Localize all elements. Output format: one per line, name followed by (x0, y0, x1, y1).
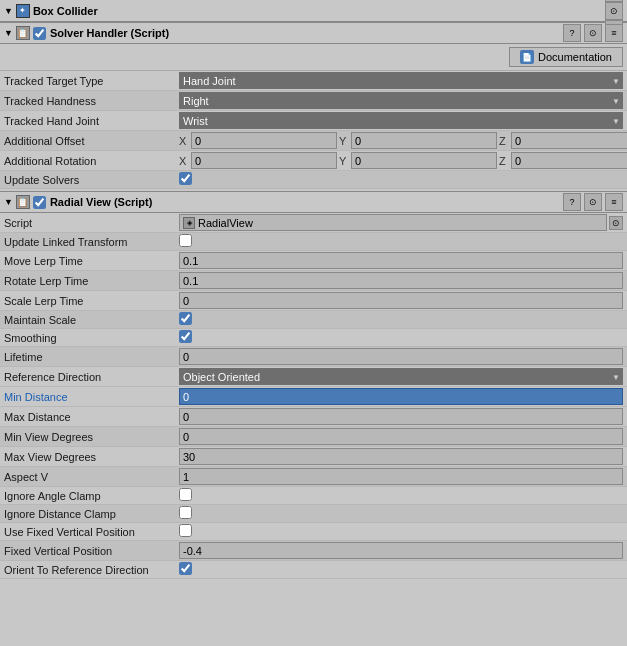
update-solvers-label: Update Solvers (4, 174, 179, 186)
fixed-vertical-position-value (179, 542, 623, 559)
tracked-handness-select-wrapper: Right (179, 92, 623, 109)
additional-rotation-y-input[interactable] (351, 152, 497, 169)
additional-rotation-x-input[interactable] (191, 152, 337, 169)
additional-rotation-value: X Y Z (179, 152, 627, 169)
solver-handler-header: ▼ 📋 Solver Handler (Script) ? ⊙ ≡ (0, 22, 627, 44)
solver-collapse-arrow[interactable]: ▼ (4, 28, 13, 38)
lifetime-label: Lifetime (4, 351, 179, 363)
reference-direction-label: Reference Direction (4, 371, 179, 383)
tracked-handness-row: Tracked Handness Right (0, 91, 627, 111)
additional-offset-y-input[interactable] (351, 132, 497, 149)
max-distance-value (179, 408, 623, 425)
fixed-vertical-position-input[interactable] (179, 542, 623, 559)
reference-direction-select[interactable]: Object Oriented (179, 368, 623, 385)
lifetime-input[interactable] (179, 348, 623, 365)
z-label-offset: Z (499, 135, 509, 147)
radial-collapse-arrow[interactable]: ▼ (4, 197, 13, 207)
doc-button-row: 📄 Documentation (0, 44, 627, 71)
script-settings-icon[interactable]: ⊙ (609, 216, 623, 230)
ignore-distance-clamp-label: Ignore Distance Clamp (4, 508, 179, 520)
tracked-hand-joint-select[interactable]: Wrist (179, 112, 623, 129)
move-lerp-time-input[interactable] (179, 252, 623, 269)
script-label: Script (4, 217, 179, 229)
use-fixed-vertical-position-label: Use Fixed Vertical Position (4, 526, 179, 538)
settings-icon[interactable]: ⊙ (605, 2, 623, 20)
rotate-lerp-time-row: Rotate Lerp Time (0, 271, 627, 291)
orient-to-reference-direction-checkbox[interactable] (179, 562, 192, 575)
use-fixed-vertical-position-row: Use Fixed Vertical Position (0, 523, 627, 541)
radial-menu-icon[interactable]: ≡ (605, 193, 623, 211)
smoothing-checkbox[interactable] (179, 330, 192, 343)
additional-rotation-xyz: X Y Z (179, 152, 627, 169)
solver-handler-properties: Tracked Target Type Hand Joint Tracked H… (0, 71, 627, 189)
additional-offset-z-input[interactable] (511, 132, 627, 149)
tracked-target-type-row: Tracked Target Type Hand Joint (0, 71, 627, 91)
move-lerp-time-label: Move Lerp Time (4, 255, 179, 267)
radial-view-header: ▼ 📋 Radial View (Script) ? ⊙ ≡ (0, 191, 627, 213)
solver-handler-enabled-checkbox[interactable] (33, 27, 46, 40)
collapse-arrow[interactable]: ▼ (4, 6, 13, 16)
min-distance-input[interactable] (179, 388, 623, 405)
max-view-degrees-input[interactable] (179, 448, 623, 465)
reference-direction-row: Reference Direction Object Oriented (0, 367, 627, 387)
min-view-degrees-input[interactable] (179, 428, 623, 445)
box-collider-title: Box Collider (33, 5, 605, 17)
additional-rotation-z-input[interactable] (511, 152, 627, 169)
script-value: ◈ RadialView (179, 214, 607, 231)
doc-icon: 📄 (520, 50, 534, 64)
move-lerp-time-value (179, 252, 623, 269)
smoothing-value (179, 330, 623, 345)
ignore-distance-clamp-value (179, 506, 623, 521)
y-label-rotation: Y (339, 155, 349, 167)
ignore-distance-clamp-checkbox[interactable] (179, 506, 192, 519)
tracked-target-type-value: Hand Joint (179, 72, 623, 89)
tracked-handness-value: Right (179, 92, 623, 109)
smoothing-row: Smoothing (0, 329, 627, 347)
ignore-distance-clamp-row: Ignore Distance Clamp (0, 505, 627, 523)
move-lerp-time-row: Move Lerp Time (0, 251, 627, 271)
update-solvers-row: Update Solvers (0, 171, 627, 189)
scale-lerp-time-label: Scale Lerp Time (4, 295, 179, 307)
tracked-hand-joint-select-wrapper: Wrist (179, 112, 623, 129)
maintain-scale-label: Maintain Scale (4, 314, 179, 326)
tracked-hand-joint-label: Tracked Hand Joint (4, 115, 179, 127)
lifetime-row: Lifetime (0, 347, 627, 367)
additional-rotation-row: Additional Rotation X Y Z (0, 151, 627, 171)
ignore-angle-clamp-label: Ignore Angle Clamp (4, 490, 179, 502)
reference-direction-select-wrapper: Object Oriented (179, 368, 623, 385)
min-view-degrees-row: Min View Degrees (0, 427, 627, 447)
solver-handler-header-icons: ? ⊙ ≡ (563, 24, 623, 42)
radial-settings-icon[interactable]: ⊙ (584, 193, 602, 211)
documentation-button[interactable]: 📄 Documentation (509, 47, 623, 67)
solver-settings-icon[interactable]: ⊙ (584, 24, 602, 42)
aspect-v-label: Aspect V (4, 471, 179, 483)
tracked-target-type-select[interactable]: Hand Joint (179, 72, 623, 89)
solver-handler-title: Solver Handler (Script) (50, 27, 563, 39)
tracked-hand-joint-row: Tracked Hand Joint Wrist (0, 111, 627, 131)
min-distance-label: Min Distance (4, 391, 179, 403)
radial-info-icon[interactable]: ? (563, 193, 581, 211)
radial-view-header-icons: ? ⊙ ≡ (563, 193, 623, 211)
rotate-lerp-time-input[interactable] (179, 272, 623, 289)
ignore-angle-clamp-value (179, 488, 623, 503)
rotate-lerp-time-label: Rotate Lerp Time (4, 275, 179, 287)
aspect-v-input[interactable] (179, 468, 623, 485)
min-view-degrees-label: Min View Degrees (4, 431, 179, 443)
scale-lerp-time-value (179, 292, 623, 309)
update-linked-transform-label: Update Linked Transform (4, 236, 179, 248)
scale-lerp-time-input[interactable] (179, 292, 623, 309)
script-name: RadialView (198, 217, 253, 229)
additional-offset-z-group: Z (499, 132, 627, 149)
solver-menu-icon[interactable]: ≡ (605, 24, 623, 42)
solver-info-icon[interactable]: ? (563, 24, 581, 42)
update-linked-transform-checkbox[interactable] (179, 234, 192, 247)
use-fixed-vertical-position-checkbox[interactable] (179, 524, 192, 537)
additional-offset-x-input[interactable] (191, 132, 337, 149)
max-distance-input[interactable] (179, 408, 623, 425)
maintain-scale-checkbox[interactable] (179, 312, 192, 325)
maintain-scale-row: Maintain Scale (0, 311, 627, 329)
tracked-handness-select[interactable]: Right (179, 92, 623, 109)
ignore-angle-clamp-checkbox[interactable] (179, 488, 192, 501)
update-solvers-checkbox[interactable] (179, 172, 192, 185)
radial-view-enabled-checkbox[interactable] (33, 196, 46, 209)
